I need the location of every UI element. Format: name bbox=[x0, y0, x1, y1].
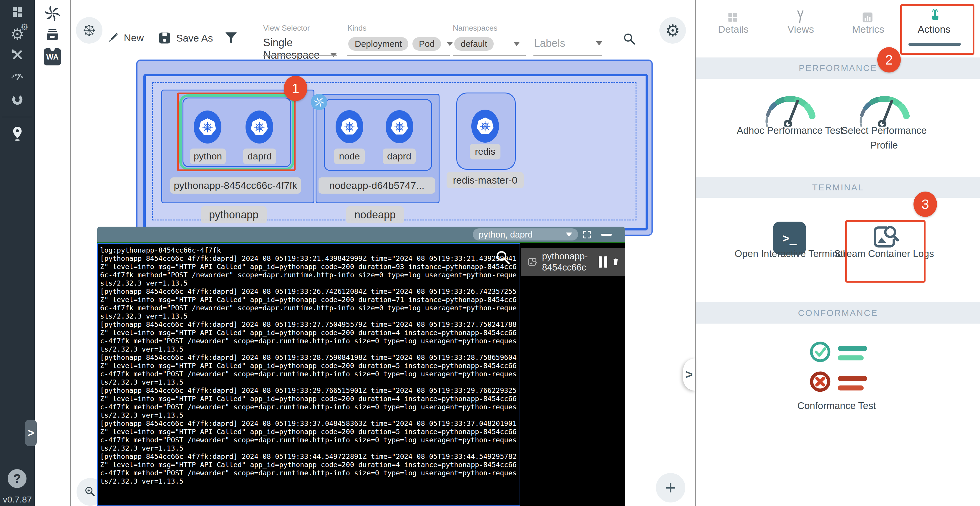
donut-chart-icon[interactable] bbox=[0, 92, 35, 107]
conformance-test-label[interactable]: Conformance Test bbox=[781, 398, 892, 413]
zoom-in-icon bbox=[83, 484, 98, 499]
location-pin-icon[interactable] bbox=[0, 125, 35, 142]
details-grid-icon bbox=[726, 11, 740, 24]
wa-glyph: WA bbox=[46, 53, 59, 62]
log-line: log:pythonapp-8454cc66c-4f7fk bbox=[100, 246, 517, 254]
log-streams-sidebar: pythonapp-8454cc66c bbox=[520, 243, 625, 506]
search-icon bbox=[621, 30, 638, 47]
new-label: New bbox=[124, 32, 144, 43]
kinds-label: Kinds bbox=[347, 24, 366, 33]
panel-divider bbox=[695, 0, 696, 506]
terminal-body: log:pythonapp-8454cc66c-4f7fk [pythonapp… bbox=[97, 242, 625, 506]
chevron-down-icon bbox=[447, 42, 453, 46]
conformance-test-button[interactable] bbox=[809, 341, 831, 364]
tab-details-label[interactable]: Details bbox=[708, 24, 758, 35]
labels-filter-input[interactable]: Labels bbox=[534, 37, 602, 49]
labels-placeholder: Labels bbox=[534, 37, 565, 49]
gauge-icon[interactable] bbox=[0, 68, 35, 81]
minimize-icon[interactable] bbox=[601, 234, 612, 236]
gear-icon: ⚙ bbox=[665, 21, 680, 40]
graph-view-button[interactable] bbox=[76, 17, 102, 44]
tab-metrics-label[interactable]: Metrics bbox=[843, 24, 893, 35]
log-terminal-window: python, daprd log:pythonapp-8454cc66c-4f… bbox=[97, 227, 625, 506]
labels-underline bbox=[533, 56, 602, 56]
network-graph-icon bbox=[82, 23, 97, 38]
log-search-icon[interactable] bbox=[494, 249, 513, 267]
log-line: [pythonapp-8454cc66c-4f7fk:daprd] 2024-0… bbox=[100, 353, 517, 386]
container-node[interactable] bbox=[336, 110, 363, 143]
kind-chip[interactable]: Deployment bbox=[348, 37, 408, 51]
conformance-line bbox=[838, 346, 867, 351]
log-line: [pythonapp-8454cc66c-4f7fk:daprd] 2024-0… bbox=[100, 287, 517, 320]
view-selector-underline bbox=[263, 56, 337, 56]
container-selector-value: python, daprd bbox=[479, 230, 533, 239]
pause-stream-button[interactable] bbox=[599, 256, 607, 268]
save-as-label: Save As bbox=[176, 32, 213, 44]
sidebar-expand-handle[interactable]: > bbox=[25, 420, 37, 446]
annotation-step-1: 1 bbox=[284, 76, 307, 101]
view-selector-label: View Selector bbox=[263, 24, 310, 33]
section-performance: PERFORMANCE bbox=[696, 57, 980, 79]
kind-chip[interactable]: Pod bbox=[412, 37, 441, 51]
tab-views[interactable] bbox=[793, 10, 808, 25]
container-redis[interactable] bbox=[471, 110, 499, 143]
select-performance-profile-button[interactable] bbox=[853, 88, 915, 128]
container-label: node bbox=[334, 148, 365, 164]
log-stream-panel[interactable]: log:pythonapp-8454cc66c-4f7fk [pythonapp… bbox=[97, 243, 520, 506]
tools-icon[interactable] bbox=[0, 48, 35, 62]
container-daprd-node[interactable] bbox=[386, 110, 413, 143]
namespaces-select[interactable]: default bbox=[454, 37, 520, 51]
log-line: [pythonapp-8454cc66c-4f7fk:daprd] 2024-0… bbox=[100, 254, 517, 287]
terminal-header[interactable]: python, daprd bbox=[97, 227, 625, 242]
wa-badge-notch bbox=[50, 46, 55, 51]
container-label: daprd bbox=[383, 148, 416, 164]
x-circle-icon bbox=[809, 370, 831, 393]
kinds-select[interactable]: DeploymentPod bbox=[348, 37, 453, 51]
filter-button[interactable] bbox=[224, 30, 239, 46]
select-performance-profile-label[interactable]: Select Performance Profile bbox=[828, 123, 940, 153]
inbox-icon[interactable] bbox=[44, 27, 60, 44]
chevron-down-icon bbox=[596, 41, 602, 45]
tab-details[interactable] bbox=[726, 11, 740, 26]
container-selector-dropdown[interactable]: python, daprd bbox=[473, 228, 578, 241]
dapr-badge-icon bbox=[311, 94, 327, 110]
tab-metrics[interactable] bbox=[861, 11, 874, 26]
conformance-line bbox=[838, 376, 867, 381]
views-calipers-icon bbox=[793, 10, 808, 24]
namespaces-underline bbox=[453, 56, 526, 56]
annotation-step-2: 2 bbox=[877, 47, 901, 72]
pause-icon bbox=[599, 256, 602, 268]
fullscreen-icon[interactable] bbox=[581, 229, 593, 240]
tab-views-label[interactable]: Views bbox=[776, 24, 826, 35]
container-label: redis bbox=[470, 144, 500, 160]
adhoc-performance-test-button[interactable] bbox=[759, 88, 821, 128]
log-stream-tab[interactable]: pythonapp-8454cc66c bbox=[521, 248, 625, 276]
view-selector-dropdown[interactable]: Single Namespace bbox=[263, 37, 337, 61]
gears-icon[interactable]: ⚙⚙ bbox=[0, 26, 35, 43]
save-as-button[interactable]: Save As bbox=[158, 31, 213, 45]
panel-expand-handle[interactable]: > bbox=[683, 358, 695, 391]
performance-gauge-icon bbox=[759, 88, 821, 127]
deployment-label: pythonapp bbox=[201, 206, 267, 223]
help-button[interactable]: ? bbox=[8, 469, 27, 488]
pause-icon bbox=[604, 256, 607, 268]
pod-label: redis-master-0 bbox=[447, 172, 524, 188]
chevron-down-icon bbox=[566, 233, 572, 237]
sidebar-divider bbox=[2, 117, 32, 117]
filter-funnel-icon bbox=[224, 30, 239, 45]
help-glyph: ? bbox=[13, 471, 21, 486]
settings-button[interactable]: ⚙ bbox=[659, 17, 686, 44]
plus-icon: + bbox=[665, 477, 676, 499]
conformance-fail-icon[interactable] bbox=[809, 370, 831, 394]
namespace-chip[interactable]: default bbox=[454, 37, 494, 51]
dapr-logo-icon[interactable] bbox=[44, 5, 61, 24]
add-button[interactable]: + bbox=[656, 473, 685, 503]
dashboard-icon[interactable] bbox=[0, 5, 35, 19]
search-button[interactable] bbox=[621, 30, 638, 48]
kinds-underline bbox=[347, 56, 450, 56]
stream-logs-icon bbox=[526, 255, 538, 269]
delete-stream-button[interactable] bbox=[610, 256, 621, 268]
terminal-prompt-icon: >_ bbox=[783, 231, 797, 245]
performance-gauge-icon bbox=[853, 88, 915, 127]
new-button[interactable]: New bbox=[107, 31, 144, 44]
